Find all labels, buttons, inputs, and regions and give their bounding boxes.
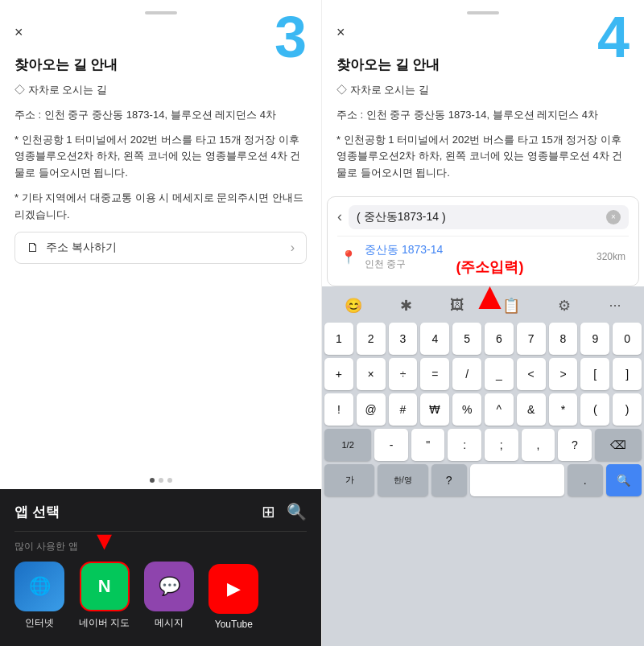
app-select-header: 앱 선택 ⊞ 🔍 bbox=[14, 502, 307, 521]
key-search[interactable]: 🔍 bbox=[606, 464, 642, 496]
app-item-message[interactable]: 💬 메시지 bbox=[144, 562, 194, 630]
more-icon[interactable]: ··· bbox=[604, 295, 625, 316]
modal-content-right: 찾아오는 길 안내 ◇ 자차로 오시는 길 주소 : 인천 중구 중산동 187… bbox=[322, 56, 644, 196]
app-label-message: 메시지 bbox=[155, 616, 184, 630]
key-question2[interactable]: ? bbox=[431, 464, 467, 496]
chevron-right-icon: › bbox=[291, 241, 295, 255]
key-12[interactable]: 1/2 bbox=[324, 429, 371, 461]
key-space[interactable] bbox=[470, 464, 564, 496]
direction-para6-left: * 기타 지역에서 대중교통 이용 시 메세지로 문의주시면 안내드리겠습니다. bbox=[14, 190, 307, 224]
key-7[interactable]: 7 bbox=[517, 323, 546, 355]
key-won[interactable]: ₩ bbox=[420, 393, 449, 426]
app-select-title: 앱 선택 bbox=[14, 503, 60, 521]
key-amp[interactable]: & bbox=[517, 393, 546, 426]
key-comma[interactable]: , bbox=[522, 429, 555, 461]
app-label-youtube: YouTube bbox=[215, 619, 253, 630]
modal-top-left: × bbox=[0, 0, 321, 56]
modal-handle-left bbox=[145, 11, 177, 14]
arrow-annotation: (주소입력) ▲ bbox=[456, 257, 523, 319]
right-paren: ) bbox=[442, 211, 446, 224]
key-0[interactable]: 0 bbox=[613, 323, 642, 355]
app-select-toolbar: ⊞ 🔍 bbox=[262, 502, 307, 521]
key-at[interactable]: @ bbox=[357, 393, 386, 426]
result-text: 중산동 1873-14 인천 중구 bbox=[365, 243, 443, 271]
key-underscore[interactable]: _ bbox=[485, 358, 514, 390]
key-5[interactable]: 5 bbox=[452, 323, 481, 355]
key-1[interactable]: 1 bbox=[324, 323, 353, 355]
step-number-right: 4 bbox=[597, 8, 630, 66]
key-minus[interactable]: - bbox=[374, 429, 408, 461]
pagination-dots bbox=[0, 471, 321, 489]
key-percent[interactable]: % bbox=[452, 393, 481, 426]
copy-address-label: 주소 복사하기 bbox=[46, 241, 117, 255]
red-arrow-up-icon: ▲ bbox=[471, 277, 510, 315]
left-paren: ( bbox=[357, 211, 361, 224]
search-input-box[interactable]: ( 중산동1873-14 ) × bbox=[349, 205, 629, 229]
settings-icon[interactable]: ⚙ bbox=[553, 295, 576, 316]
key-question[interactable]: ? bbox=[558, 429, 592, 461]
result-sub: 인천 중구 bbox=[365, 257, 443, 271]
key-plus[interactable]: + bbox=[324, 358, 353, 390]
key-9[interactable]: 9 bbox=[580, 323, 609, 355]
key-equal[interactable]: = bbox=[420, 358, 449, 390]
key-lt[interactable]: < bbox=[517, 358, 546, 390]
direction-para1-left: ◇ 자차로 오시는 길 bbox=[14, 82, 307, 99]
key-rparen[interactable]: ) bbox=[613, 393, 642, 426]
key-slash[interactable]: / bbox=[452, 358, 481, 390]
search-clear-button[interactable]: × bbox=[606, 210, 621, 224]
kb-row-3: ! @ # ₩ % ^ & * ( ) bbox=[324, 393, 642, 426]
key-colon[interactable]: : bbox=[448, 429, 481, 461]
app-icon-youtube: ▶ bbox=[208, 564, 258, 614]
app-item-youtube[interactable]: ▶ YouTube bbox=[208, 564, 258, 630]
key-star[interactable]: * bbox=[549, 393, 578, 426]
key-lbracket[interactable]: [ bbox=[580, 358, 609, 390]
result-distance: 320km bbox=[597, 251, 625, 262]
key-2[interactable]: 2 bbox=[357, 323, 386, 355]
key-6[interactable]: 6 bbox=[485, 323, 514, 355]
internet-icon: 🌐 bbox=[29, 576, 51, 597]
kb-row-2: + × ÷ = / _ < > [ ] bbox=[324, 358, 642, 390]
app-item-naver[interactable]: ▼ N 네이버 지도 bbox=[79, 562, 130, 630]
key-rbracket[interactable]: ] bbox=[613, 358, 642, 390]
copy-address-button[interactable]: 🗋 주소 복사하기 › bbox=[14, 232, 307, 264]
message-icon: 💬 bbox=[159, 576, 180, 597]
key-lang-switch[interactable]: 한/영 bbox=[378, 464, 427, 496]
back-button[interactable]: ‹ bbox=[337, 208, 342, 225]
modal-content-left: 찾아오는 길 안내 ◇ 자차로 오시는 길 주소 : 인천 중구 중산동 187… bbox=[0, 56, 321, 471]
direction-para4-right: * 인천공항 1 터미널에서 202번 버스를 타고 15개 정거장 이후 영종… bbox=[336, 132, 630, 182]
key-lparen[interactable]: ( bbox=[580, 393, 609, 426]
app-item-internet[interactable]: 🌐 인터넷 bbox=[14, 562, 64, 630]
key-exclaim[interactable]: ! bbox=[324, 393, 353, 426]
app-label-naver: 네이버 지도 bbox=[79, 616, 130, 630]
close-button-left[interactable]: × bbox=[14, 24, 23, 41]
key-3[interactable]: 3 bbox=[389, 323, 418, 355]
modal-handle-right bbox=[467, 11, 499, 14]
grid-icon[interactable]: ⊞ bbox=[262, 502, 275, 521]
key-period[interactable]: . bbox=[568, 464, 603, 496]
close-button-right[interactable]: × bbox=[336, 24, 345, 41]
direction-para2-right: 주소 : 인천 중구 중산동 1873-14, 블루오션 레지던스 4차 bbox=[336, 107, 630, 124]
dot-3 bbox=[167, 478, 172, 483]
app-icon-naver: N bbox=[80, 562, 130, 611]
naver-icon: N bbox=[98, 576, 111, 597]
key-gt[interactable]: > bbox=[549, 358, 578, 390]
dot-2 bbox=[159, 478, 163, 483]
key-times[interactable]: × bbox=[357, 358, 386, 390]
kb-row-4: 1/2 - " : ; , ? ⌫ bbox=[324, 429, 642, 461]
search-icon-apps[interactable]: 🔍 bbox=[287, 502, 307, 521]
key-dquote[interactable]: " bbox=[411, 429, 445, 461]
copy-icon: 🗋 bbox=[27, 241, 39, 255]
key-korean[interactable]: 가 bbox=[324, 464, 374, 496]
sticker-icon[interactable]: ✱ bbox=[395, 295, 417, 316]
key-4[interactable]: 4 bbox=[420, 323, 449, 355]
key-8[interactable]: 8 bbox=[549, 323, 578, 355]
key-hash[interactable]: # bbox=[389, 393, 418, 426]
kb-row-5: 가 한/영 ? . 🔍 bbox=[324, 464, 642, 496]
step-number-left: 3 bbox=[275, 8, 307, 66]
key-semicolon[interactable]: ; bbox=[485, 429, 518, 461]
search-bar-row: ‹ ( 중산동1873-14 ) × bbox=[337, 205, 629, 229]
emoji-icon[interactable]: 😊 bbox=[340, 295, 367, 316]
key-caret[interactable]: ^ bbox=[485, 393, 514, 426]
key-div[interactable]: ÷ bbox=[389, 358, 418, 390]
key-delete[interactable]: ⌫ bbox=[595, 429, 642, 461]
